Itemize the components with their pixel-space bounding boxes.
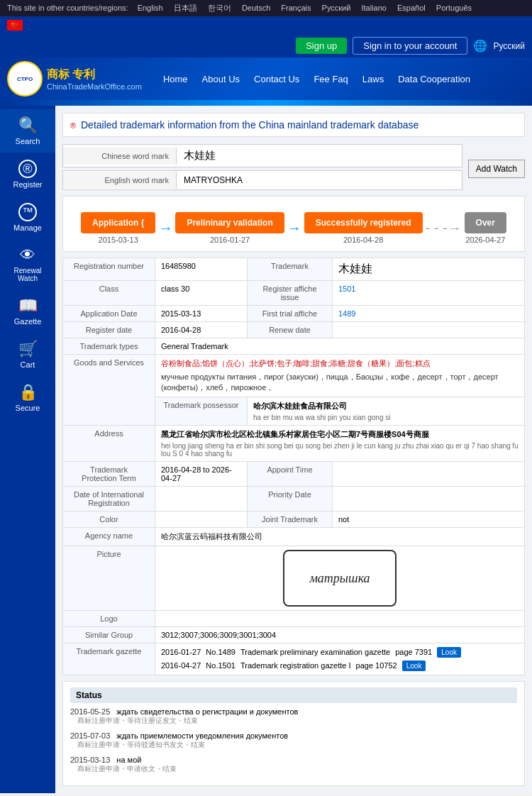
timeline-step-registered: Successfully registered 2016-04-28 (304, 212, 423, 244)
first-trial-label: First trial affiche (248, 306, 333, 322)
color-label: Color (63, 512, 155, 528)
reg-affiche-value: 1501 (333, 281, 525, 306)
english-wordmark-value: MATRYOSHKA (177, 171, 462, 189)
trademark-value: 木娃娃 (333, 258, 525, 281)
goods-ru-text: мучные продукты питания，пирог (закуски)，… (161, 372, 519, 393)
app-date-value: 2015-03-13 (155, 306, 248, 322)
lang-de[interactable]: Deutsch (242, 4, 270, 12)
sidebar-item-register[interactable]: ® Register (0, 153, 55, 196)
renew-date-value (333, 322, 525, 338)
goods-cn-text: 谷粉制食品;馅饼（点心）;比萨饼;包子;咖啡;甜食;添糖;甜食（糖果）;面包;糕… (161, 358, 519, 369)
china-flag: 🇨🇳 (7, 20, 23, 31)
globe-icon: 🌐 (473, 39, 487, 52)
joint-tm-label: Joint Trademark (248, 512, 333, 528)
status-date-2: 2015-03-13 (70, 756, 110, 764)
gazette-page-1: page 10752 (356, 661, 397, 670)
sidebar-item-search[interactable]: 🔍 Search (0, 109, 55, 153)
sidebar-item-manage[interactable]: ™ Manage (0, 196, 55, 239)
action-bar: Sign up Sign in to your account 🌐 Русски… (0, 34, 532, 57)
color-value (155, 512, 248, 528)
timeline-step-application: Application { 2015-03-13 (81, 212, 155, 244)
nav-data[interactable]: Data Cooperation (398, 74, 470, 84)
table-row-gazette: Trademark gazette 2016-01-27 No.1489 Tra… (63, 643, 525, 675)
sidebar-item-renewal[interactable]: 👁 Renewal Watch (0, 239, 55, 289)
gazette-look-btn-1[interactable]: Look (402, 660, 426, 671)
lang-it[interactable]: Italiano (361, 4, 386, 12)
trademark-label: Trademark (248, 258, 333, 281)
trademark-image-text: матрышка (309, 571, 370, 586)
appoint-time-label: Appoint Time (248, 462, 333, 487)
lang-ja[interactable]: 日本語 (174, 4, 197, 12)
lang-en[interactable]: English (138, 4, 163, 12)
first-trial-link[interactable]: 1489 (338, 309, 355, 318)
status-header: Status (70, 687, 517, 703)
timeline-btn-registered[interactable]: Successfully registered (304, 212, 423, 233)
lang-pt[interactable]: Português (436, 4, 472, 12)
table-row-tmtypes: Trademark types General Trademark (63, 338, 525, 355)
main-nav: Home About Us Contact Us Fee Faq Laws Da… (163, 74, 470, 84)
goods-label: Goods and Services (63, 355, 155, 426)
renewal-icon: 👁 (20, 246, 35, 265)
nav-contact[interactable]: Contact Us (254, 74, 299, 84)
reg-affiche-link[interactable]: 1501 (338, 284, 355, 293)
reg-affiche-label: Register affiche issue (248, 281, 333, 306)
logo-area: CTPO 商标 专利 ChinaTradeMarkOffice.com (7, 61, 142, 96)
sidebar-label-secure: Secure (16, 404, 40, 412)
priority-date-value (333, 487, 525, 512)
site-header: CTPO 商标 专利 ChinaTradeMarkOffice.com Home… (0, 57, 532, 100)
main-layout: 🔍 Search ® Register ™ Manage 👁 Renewal W… (0, 106, 532, 793)
gazette-no-1: No.1501 (206, 661, 235, 670)
gazette-desc-0: Trademark preliminary examination gazett… (240, 648, 390, 656)
reg-number-label: Registration number (63, 258, 155, 281)
timeline: Application { 2015-03-13 → Prelininary v… (67, 212, 521, 244)
intl-reg-value (155, 487, 248, 512)
sidebar-label-register: Register (13, 180, 43, 189)
timeline-btn-preliminary[interactable]: Prelininary validation (175, 212, 284, 233)
table-row-regnumber: Registration number 16485980 Trademark 木… (63, 258, 525, 281)
manage-icon: ™ (18, 203, 37, 221)
english-wordmark-row: English word mark MATRYOSHKA (62, 170, 462, 190)
lang-ru[interactable]: Русский (322, 4, 351, 12)
logo-text: 商标 专利 ChinaTradeMarkOffice.com (47, 67, 142, 91)
address-value: 黑龙江省哈尔滨市松北区松北镇集乐村家居住宅小区二期7号商服楼S04号商服 hei… (155, 426, 525, 462)
lang-es[interactable]: Español (397, 4, 426, 12)
sidebar-item-cart[interactable]: 🛒 Cart (0, 333, 55, 376)
status-text-0: ждать свидетельства о регистрации и доку… (116, 707, 298, 716)
status-section: Status 2016-05-25 ждать свидетельства о … (62, 681, 525, 786)
address-py: hei long jiang sheng ha er bin shi song … (161, 442, 519, 458)
signup-button[interactable]: Sign up (296, 38, 347, 54)
sidebar-label-gazette: Gazette (14, 317, 42, 326)
sidebar-item-secure[interactable]: 🔒 Secure (0, 376, 55, 419)
timeline-btn-application[interactable]: Application { (81, 212, 155, 233)
nav-laws[interactable]: Laws (362, 74, 384, 84)
protection-label: TrademarkProtection Term (63, 462, 155, 487)
logo-circle: CTPO (7, 61, 43, 96)
add-watch-button[interactable]: Add Watch (468, 160, 525, 178)
nav-fee[interactable]: Fee Faq (314, 74, 348, 84)
status-item-1: 2015-07-03 ждать приемлемости уведомлени… (70, 731, 517, 750)
chinese-wordmark-row: Chinese word mark 木娃娃 (62, 144, 462, 167)
action-lang-label: Русский (493, 41, 525, 51)
table-row-regdate: Register date 2016-04-28 Renew date (63, 322, 525, 338)
gazette-look-btn-0[interactable]: Look (437, 647, 461, 658)
table-row-color: Color Joint Trademark not (63, 512, 525, 528)
table-row-logo: Logo (63, 611, 525, 627)
nav-home[interactable]: Home (163, 74, 188, 84)
nav-about[interactable]: About Us (202, 74, 240, 84)
sidebar-label-manage: Manage (13, 223, 42, 232)
signin-button[interactable]: Sign in to your account (353, 37, 467, 55)
timeline-btn-over[interactable]: Over (465, 212, 506, 233)
reg-number-value: 16485980 (155, 258, 248, 281)
sidebar-label-renewal: Renewal Watch (4, 267, 52, 282)
possessor-cn: 哈尔滨木娃娃食品有限公司 (253, 401, 519, 411)
renew-date-label: Renew date (248, 322, 333, 338)
lang-ko[interactable]: 한국어 (208, 4, 231, 12)
sidebar-item-gazette[interactable]: 📖 Gazette (0, 289, 55, 333)
table-row-class: Class class 30 Register affiche issue 15… (63, 281, 525, 306)
gazette-page-0: page 7391 (395, 648, 432, 656)
trademark-image: матрышка (283, 550, 397, 607)
gazette-no-0: No.1489 (206, 648, 235, 656)
status-cn-2: 商标注册申请・申请收文・结束 (77, 764, 517, 774)
timeline-date-application: 2015-03-13 (81, 236, 155, 244)
lang-fr[interactable]: Français (281, 4, 311, 12)
